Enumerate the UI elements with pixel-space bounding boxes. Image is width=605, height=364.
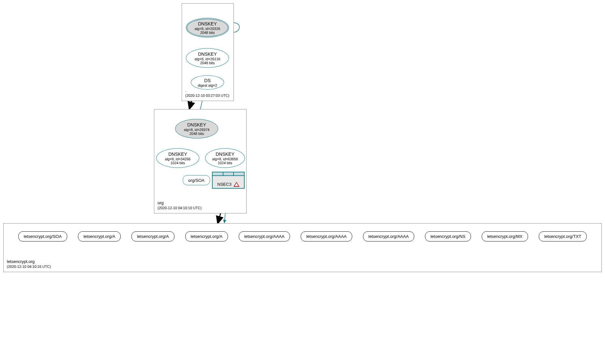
node-root-ksk[interactable]: DNSKEY alg=8, id=20326 2048 bits: [186, 18, 229, 37]
node-org-zsk-b[interactable]: DNSKEY alg=8, id=63858 1024 bits: [205, 148, 245, 168]
node-org-soa[interactable]: org/SOA: [183, 175, 210, 185]
zone-org-name: org: [158, 200, 202, 206]
zone-le-name: letsencrypt.org: [7, 259, 51, 265]
zone-org-label: org (2020-12-10 04:10:10 UTC): [158, 200, 202, 211]
zone-org-ts: (2020-12-10 04:10:10 UTC): [158, 206, 202, 211]
rrset-node[interactable]: letsencrypt.org/AAAA: [301, 231, 352, 241]
rrset-node[interactable]: letsencrypt.org/A: [131, 231, 174, 241]
node-org-zsk-a[interactable]: DNSKEY alg=8, id=34266 1024 bits: [156, 148, 199, 168]
zone-letsencrypt: letsencrypt.org/SOAletsencrypt.org/Alets…: [3, 223, 602, 272]
rrset-node[interactable]: letsencrypt.org/TXT: [539, 231, 587, 241]
edge-layer: [0, 0, 605, 364]
rrset-node[interactable]: letsencrypt.org/NS: [425, 231, 471, 241]
zone-root-ts: (2020-12-10 03:27:03 UTC): [185, 93, 229, 98]
rrset-node[interactable]: letsencrypt.org/SOA: [18, 231, 67, 241]
node-root-ds[interactable]: DS digest alg=2: [191, 75, 224, 90]
node-root-zsk[interactable]: DNSKEY alg=8, id=26116 2048 bits: [186, 48, 229, 68]
rrset-node[interactable]: letsencrypt.org/A: [185, 231, 228, 241]
rrset-row: letsencrypt.org/SOAletsencrypt.org/Alets…: [4, 231, 601, 241]
zone-le-label: letsencrypt.org (2020-12-10 04:10:16 UTC…: [7, 259, 51, 269]
node-nsec3[interactable]: NSEC3: [212, 172, 245, 189]
warning-icon: [234, 182, 239, 187]
rrset-node[interactable]: letsencrypt.org/MX: [482, 231, 528, 241]
rrset-node[interactable]: letsencrypt.org/A: [78, 231, 121, 241]
node-org-ksk[interactable]: DNSKEY alg=8, id=26974 2048 bits: [175, 119, 218, 138]
rrset-node[interactable]: letsencrypt.org/AAAA: [239, 231, 290, 241]
zone-le-ts: (2020-12-10 04:10:16 UTC): [7, 264, 51, 269]
rrset-node[interactable]: letsencrypt.org/AAAA: [363, 231, 415, 241]
